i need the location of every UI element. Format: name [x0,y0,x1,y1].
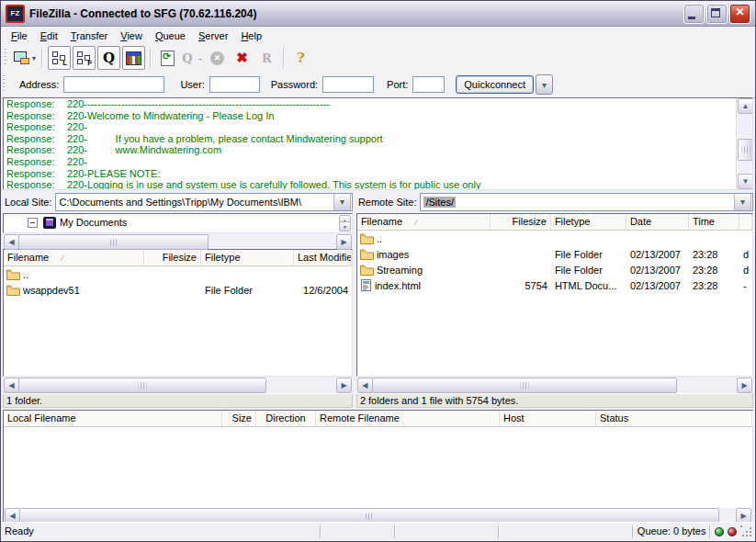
remote-row-streaming[interactable]: Streaming File Folder 02/13/2007 23:28 d [357,262,752,277]
toggle-remote-tree-button[interactable]: F [73,46,96,70]
remote-site-combo[interactable]: /Sites/ [420,193,753,211]
site-manager-button[interactable]: ▾ [13,46,37,70]
column-header-filetype[interactable]: Filetype [551,214,626,230]
process-queue-arrow-icon: → [196,54,203,62]
transfer-queue[interactable]: Local Filename Size Direction Remote Fil… [3,410,753,523]
toggle-queue-button[interactable]: Q [97,46,120,70]
toggle-local-tree-button[interactable]: L [48,46,71,70]
column-header-date[interactable]: Date [626,214,689,230]
log-line: Response:220- [4,121,752,133]
menu-queue[interactable]: Queue [149,28,192,43]
local-site-path[interactable]: C:\Documents and Settings\Tripp\My Docum… [56,197,333,208]
menu-transfer[interactable]: Transfer [64,28,115,43]
scrollbar-thumb[interactable] [18,378,266,393]
remote-row-images[interactable]: images File Folder 02/13/2007 23:28 d [357,246,752,262]
column-header-filesize[interactable]: Filesize [144,250,201,265]
reconnect-button[interactable]: R [255,46,278,70]
quickconnect-grip[interactable] [2,75,6,94]
scroll-down-icon[interactable] [339,221,351,231]
local-file-list[interactable]: Filename Filesize Filetype Last Modified… [3,249,353,377]
remote-row-parent[interactable]: .. [357,231,752,246]
log-scrollbar-thumb[interactable] [738,139,753,161]
local-site-row: Local Site: C:\Documents and Settings\Tr… [3,192,353,211]
local-tree-node-label[interactable]: My Documents [60,217,127,228]
help-button[interactable]: ? [289,46,312,70]
local-site-label: Local Site: [5,197,51,208]
scroll-right-icon[interactable] [336,234,352,250]
maximize-button[interactable] [706,4,728,24]
remote-list-header: Filename Filesize Filetype Date Time [357,214,752,231]
column-header-filename[interactable]: Filename [357,214,491,230]
column-header-filetype[interactable]: Filetype [201,250,294,265]
resize-grip[interactable] [740,525,753,538]
scroll-left-icon[interactable] [4,234,19,250]
local-row-wsappdev51[interactable]: wsappdev51 File Folder 12/6/2004 [4,282,352,298]
folder-icon [360,233,374,244]
menu-edit[interactable]: Edit [34,28,64,43]
combo-dropdown-icon[interactable] [734,193,751,211]
close-button[interactable] [729,4,750,24]
column-header-remote-filename[interactable]: Remote Filename [316,411,500,426]
menu-server[interactable]: Server [192,28,234,43]
menu-bar: File Edit Transfer View Queue Server Hel… [1,27,755,45]
column-header-size[interactable]: Size [222,411,256,426]
folder-icon [360,249,374,260]
toolbar-grip[interactable] [4,49,8,67]
cancel-button[interactable]: ✕ [206,46,229,70]
refresh-button[interactable] [156,46,179,70]
column-header-time[interactable]: Time [689,214,739,230]
scroll-right-icon[interactable] [336,378,352,393]
scroll-right-icon[interactable] [737,378,752,393]
window-title: FileZilla - Connected to SFG (70.62.116.… [29,7,682,20]
collapse-icon[interactable] [28,218,38,228]
remote-list-hscrollbar[interactable] [356,378,753,391]
user-input[interactable] [209,76,260,93]
disconnect-button[interactable]: ✖ [231,46,254,70]
column-header-status[interactable]: Status [596,411,752,426]
column-header-direction[interactable]: Direction [256,411,316,426]
menu-help[interactable]: Help [234,28,268,43]
log-line: Response:220- [4,156,752,168]
scroll-up-icon[interactable] [738,98,753,114]
title-bar[interactable]: FZ FileZilla - Connected to SFG (70.62.1… [1,1,755,27]
site-manager-dropdown-icon[interactable]: ▾ [32,54,36,62]
log-scrollbar[interactable] [736,98,752,189]
quickconnect-button[interactable]: Quickconnect [456,75,534,94]
password-input[interactable] [322,76,374,93]
remote-file-list[interactable]: Filename Filesize Filetype Date Time .. [356,213,753,377]
local-tree-icon: L [52,51,66,64]
minimize-button[interactable] [683,4,705,24]
scroll-left-icon[interactable] [357,378,373,393]
local-tree[interactable]: My Documents [3,213,353,233]
menu-file[interactable]: File [5,28,34,43]
connection-ok-led-icon [715,527,724,536]
column-header-last-modified[interactable]: Last Modified [294,250,352,265]
combo-dropdown-icon[interactable] [333,193,351,211]
column-header-filesize[interactable]: Filesize [491,214,551,230]
column-header-host[interactable]: Host [500,411,596,426]
remote-row-index-html[interactable]: index.html 5754 HTML Docu... 02/13/2007 … [357,277,752,293]
address-input[interactable] [63,76,164,93]
message-log[interactable]: Response:220----------------------------… [3,97,753,190]
local-list-hscrollbar[interactable] [3,378,353,391]
scrollbar-thumb[interactable] [18,234,209,250]
local-site-combo[interactable]: C:\Documents and Settings\Tripp\My Docum… [55,193,353,211]
scroll-left-icon[interactable] [4,378,19,393]
remote-status-text: 2 folders and 1 file with 5754 bytes. [356,393,753,408]
column-header-filename[interactable]: Filename [4,250,144,265]
port-input[interactable] [412,76,445,93]
process-queue-button[interactable]: Q → [181,46,204,70]
quickconnect-dropdown-button[interactable] [536,74,553,95]
toggle-transfer-grid-button[interactable] [122,46,145,70]
scrollbar-thumb[interactable] [372,378,677,393]
local-tree-scrollbar[interactable] [339,215,351,231]
local-row-parent[interactable]: .. [4,266,352,282]
local-tree-node[interactable]: My Documents [4,214,352,231]
column-header-local-filename[interactable]: Local Filename [4,411,222,426]
local-tree-hscrollbar[interactable] [3,234,353,248]
queue-hscrollbar[interactable] [4,508,752,522]
menu-view[interactable]: View [114,28,149,43]
scroll-down-icon[interactable] [738,174,753,189]
remote-site-path[interactable]: /Sites/ [423,197,456,208]
port-label: Port: [387,79,408,90]
